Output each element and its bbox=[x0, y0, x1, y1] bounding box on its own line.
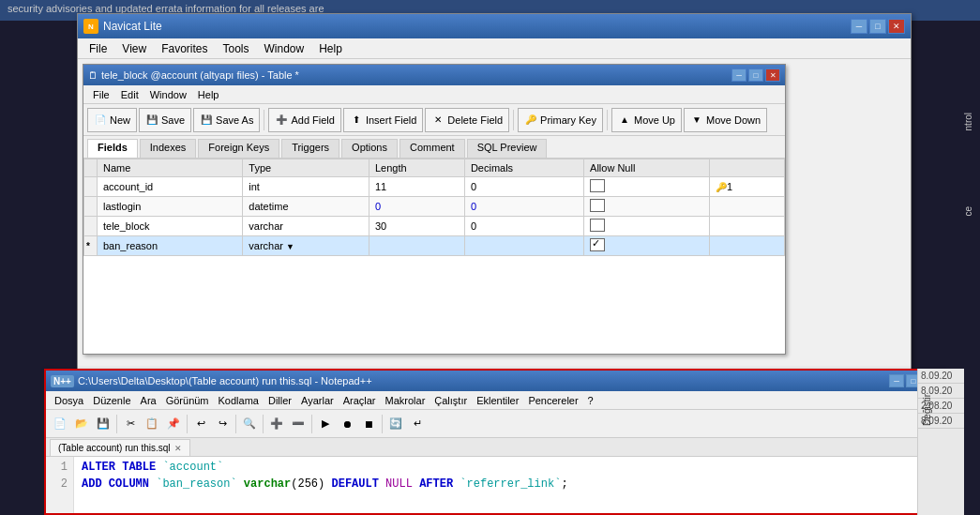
table-menu-file[interactable]: File bbox=[87, 88, 115, 101]
col-type[interactable]: Type bbox=[243, 159, 369, 177]
notepad-minimize-btn[interactable]: ─ bbox=[889, 374, 904, 387]
table-row[interactable]: tele_block varchar 30 0 bbox=[84, 217, 785, 236]
menu-makrolar[interactable]: Makrolar bbox=[381, 394, 430, 407]
tool-find-icon[interactable]: 🔍 bbox=[239, 414, 260, 434]
tool-zoom-out-icon[interactable]: ➖ bbox=[288, 414, 309, 434]
tab-close-icon[interactable]: ✕ bbox=[174, 444, 182, 453]
menu-tools[interactable]: Tools bbox=[216, 40, 257, 57]
table-close-btn[interactable]: ✕ bbox=[765, 68, 780, 82]
tool-new-icon[interactable]: 📄 bbox=[50, 414, 70, 434]
field-length[interactable] bbox=[369, 236, 465, 256]
tool-copy-icon[interactable]: 📋 bbox=[142, 414, 162, 434]
field-allow-null[interactable] bbox=[584, 197, 710, 217]
field-length[interactable]: 11 bbox=[369, 177, 465, 197]
col-decimals[interactable]: Decimals bbox=[464, 159, 583, 177]
tool-zoom-in-icon[interactable]: ➕ bbox=[266, 414, 287, 434]
navicat-maximize-btn[interactable]: □ bbox=[869, 19, 886, 34]
col-length[interactable]: Length bbox=[369, 159, 465, 177]
table-row[interactable]: lastlogin datetime 0 0 bbox=[84, 197, 785, 217]
new-button[interactable]: 📄 New bbox=[87, 108, 137, 132]
tab-indexes[interactable]: Indexes bbox=[140, 139, 197, 158]
null-checkbox[interactable] bbox=[590, 199, 605, 212]
add-field-button[interactable]: ➕ Add Field bbox=[268, 108, 340, 132]
tab-sql-preview[interactable]: SQL Preview bbox=[467, 139, 548, 158]
tool-open-icon[interactable]: 📂 bbox=[71, 414, 92, 434]
tab-options[interactable]: Options bbox=[341, 139, 398, 158]
menu-ayarlar[interactable]: Ayarlar bbox=[296, 394, 339, 407]
field-length[interactable]: 30 bbox=[369, 217, 465, 236]
menu-goruntum[interactable]: Görünüm bbox=[161, 394, 214, 407]
table-minimize-btn[interactable]: ─ bbox=[731, 68, 746, 82]
tool-save-icon[interactable]: 💾 bbox=[93, 414, 113, 434]
menu-help[interactable]: Help bbox=[311, 40, 350, 57]
menu-kodlama[interactable]: Kodlama bbox=[214, 394, 264, 407]
navicat-close-btn[interactable]: ✕ bbox=[888, 19, 905, 34]
null-checkbox[interactable] bbox=[590, 179, 605, 192]
field-name[interactable]: tele_block bbox=[98, 217, 243, 236]
tool-sync-icon[interactable]: 🔄 bbox=[385, 414, 406, 434]
col-allow-null[interactable]: Allow Null bbox=[584, 159, 710, 177]
navicat-minimize-btn[interactable]: ─ bbox=[851, 19, 867, 34]
field-type[interactable]: datetime bbox=[243, 197, 369, 217]
field-name[interactable]: account_id bbox=[98, 177, 243, 197]
menu-pencereler[interactable]: Pencereler bbox=[523, 394, 582, 407]
menu-file[interactable]: File bbox=[82, 40, 114, 57]
field-name[interactable]: lastlogin bbox=[98, 197, 243, 217]
menu-favorites[interactable]: Favorites bbox=[154, 40, 215, 57]
field-length[interactable]: 0 bbox=[369, 197, 465, 217]
tool-stop-icon[interactable]: ⏹ bbox=[358, 414, 379, 434]
tab-triggers[interactable]: Triggers bbox=[281, 139, 339, 158]
field-decimals[interactable] bbox=[464, 236, 583, 256]
save-button[interactable]: 💾 Save bbox=[139, 108, 191, 132]
code-area[interactable]: ALTER TABLE `account` ADD COLUMN `ban_re… bbox=[74, 457, 942, 513]
table-menu-help[interactable]: Help bbox=[192, 88, 225, 101]
field-type[interactable]: varchar bbox=[243, 217, 369, 236]
menu-diller[interactable]: Diller bbox=[264, 394, 296, 407]
menu-duzenle[interactable]: Düzenle bbox=[88, 394, 135, 407]
field-decimals[interactable]: 0 bbox=[464, 177, 583, 197]
field-allow-null[interactable] bbox=[584, 236, 710, 256]
field-decimals[interactable]: 0 bbox=[464, 197, 583, 217]
tool-undo-icon[interactable]: ↩ bbox=[190, 414, 211, 434]
move-up-button[interactable]: ▲ Move Up bbox=[611, 108, 682, 132]
menu-dosya[interactable]: Dosya bbox=[50, 394, 88, 407]
tab-comment[interactable]: Comment bbox=[400, 139, 465, 158]
tool-cut-icon[interactable]: ✂ bbox=[120, 414, 141, 434]
menu-view[interactable]: View bbox=[114, 40, 154, 57]
field-allow-null[interactable] bbox=[584, 177, 710, 197]
null-checkbox[interactable] bbox=[590, 219, 605, 232]
menu-araclar[interactable]: Araçlar bbox=[339, 394, 381, 407]
field-type[interactable]: varchar ▼ bbox=[243, 236, 369, 256]
field-allow-null[interactable] bbox=[584, 217, 710, 236]
field-name[interactable]: ban_reason bbox=[98, 236, 243, 256]
table-maximize-btn[interactable]: □ bbox=[748, 68, 763, 82]
tool-record-icon[interactable]: ⏺ bbox=[337, 414, 357, 434]
field-decimals[interactable]: 0 bbox=[464, 217, 583, 236]
tool-paste-icon[interactable]: 📌 bbox=[163, 414, 184, 434]
menu-calistir[interactable]: Çalıştır bbox=[430, 394, 472, 407]
save-as-button[interactable]: 💾 Save As bbox=[193, 108, 260, 132]
tool-wrap-icon[interactable]: ↵ bbox=[407, 414, 428, 434]
delete-field-button[interactable]: ✕ Delete Field bbox=[425, 108, 509, 132]
table-menu-window[interactable]: Window bbox=[144, 88, 192, 101]
table-row[interactable]: * ban_reason varchar ▼ bbox=[84, 236, 785, 256]
menu-question[interactable]: ? bbox=[583, 394, 598, 407]
insert-field-button[interactable]: ⬆ Insert Field bbox=[343, 108, 423, 132]
navicat-titlebar: N Navicat Lite ─ □ ✕ bbox=[78, 14, 911, 38]
table-menu-edit[interactable]: Edit bbox=[115, 88, 144, 101]
tool-run-icon[interactable]: ▶ bbox=[315, 414, 336, 434]
dropdown-arrow-icon[interactable]: ▼ bbox=[286, 242, 294, 251]
field-type[interactable]: int bbox=[243, 177, 369, 197]
menu-window[interactable]: Window bbox=[257, 40, 312, 57]
null-checkbox-checked[interactable] bbox=[590, 238, 605, 251]
menu-eklentiler[interactable]: Eklentiler bbox=[472, 394, 523, 407]
table-row[interactable]: account_id int 11 0 🔑1 bbox=[84, 177, 785, 197]
primary-key-button[interactable]: 🔑 Primary Key bbox=[518, 108, 603, 132]
notepad-tab-sql[interactable]: (Table account) run this.sql ✕ bbox=[50, 439, 190, 456]
tab-foreign-keys[interactable]: Foreign Keys bbox=[198, 139, 279, 158]
tool-redo-icon[interactable]: ↪ bbox=[212, 414, 233, 434]
tab-fields[interactable]: Fields bbox=[87, 139, 138, 158]
col-name[interactable]: Name bbox=[98, 159, 243, 177]
move-down-button[interactable]: ▼ Move Down bbox=[684, 108, 767, 132]
menu-ara[interactable]: Ara bbox=[136, 394, 161, 407]
